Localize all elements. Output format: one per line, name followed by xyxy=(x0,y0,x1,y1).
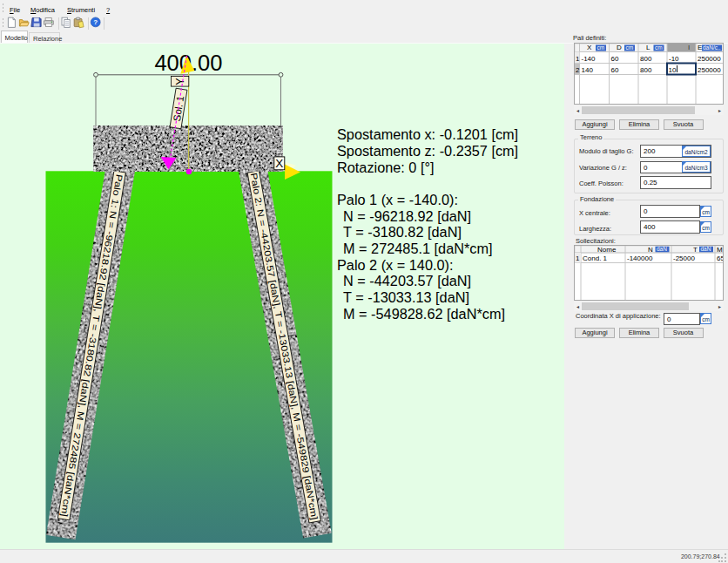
svg-text:Spostamento x: -0.1201 [cm]: Spostamento x: -0.1201 [cm] xyxy=(337,126,518,142)
svg-text:Rotazione: 0 [°]: Rotazione: 0 [°] xyxy=(337,159,435,175)
svg-text:2: 2 xyxy=(576,65,580,73)
svg-text:M = -549828.62 [daN*cm]: M = -549828.62 [daN*cm] xyxy=(343,306,505,322)
svg-text:I: I xyxy=(688,44,690,51)
svg-text:-140000: -140000 xyxy=(627,254,653,261)
svg-text:800: 800 xyxy=(640,54,652,62)
svg-text:-140: -140 xyxy=(582,54,597,62)
svg-text:E: E xyxy=(698,44,702,51)
svg-text:Cond. 1: Cond. 1 xyxy=(583,254,608,261)
svg-text:daN: daN xyxy=(657,246,667,252)
svg-text:D: D xyxy=(617,44,622,51)
svg-text:daN/c..: daN/c.. xyxy=(703,44,721,51)
svg-text:Y: Y xyxy=(174,78,186,85)
svg-text:cm: cm xyxy=(655,44,663,51)
svg-text:1: 1 xyxy=(576,254,580,261)
svg-text:L: L xyxy=(646,44,650,51)
svg-text:1: 1 xyxy=(576,54,580,62)
svg-text:60: 60 xyxy=(611,65,619,73)
svg-text:cm: cm xyxy=(626,44,634,51)
svg-text:N = -44203.57 [daN]: N = -44203.57 [daN] xyxy=(343,273,471,288)
svg-text:N = -96218.92 [daN]: N = -96218.92 [daN] xyxy=(343,208,471,224)
svg-text:X: X xyxy=(275,157,283,170)
svg-text:Spostamento z: -0.2357 [cm]: Spostamento z: -0.2357 [cm] xyxy=(337,143,518,159)
svg-text:Nome: Nome xyxy=(597,246,617,254)
svg-text:-25000: -25000 xyxy=(673,254,695,261)
svg-text:250000: 250000 xyxy=(698,65,721,73)
svg-text:M: M xyxy=(717,246,723,254)
svg-text:Palo 1 (x = -140.0):: Palo 1 (x = -140.0): xyxy=(337,192,458,207)
svg-text:X: X xyxy=(587,44,592,51)
svg-text:140: 140 xyxy=(582,65,594,73)
svg-text:T = -13033.13 [daN]: T = -13033.13 [daN] xyxy=(343,289,469,305)
svg-text:M = 272485.1 [daN*cm]: M = 272485.1 [daN*cm] xyxy=(343,241,493,256)
svg-text:650: 650 xyxy=(717,254,723,261)
svg-text:N: N xyxy=(648,246,653,254)
svg-text:Palo 2 (x = 140.0):: Palo 2 (x = 140.0): xyxy=(337,257,454,273)
svg-text:cm: cm xyxy=(597,44,605,51)
svg-text:800: 800 xyxy=(640,65,652,73)
svg-text:T = -3180.82 [daN]: T = -3180.82 [daN] xyxy=(343,224,462,240)
svg-text:daN: daN xyxy=(701,246,711,252)
svg-text:60: 60 xyxy=(611,54,619,62)
svg-text:-10: -10 xyxy=(669,54,679,62)
svg-text:10: 10 xyxy=(669,65,677,73)
svg-text:?: ? xyxy=(93,18,98,26)
svg-text:T: T xyxy=(693,246,698,254)
svg-text:250000: 250000 xyxy=(698,54,721,62)
